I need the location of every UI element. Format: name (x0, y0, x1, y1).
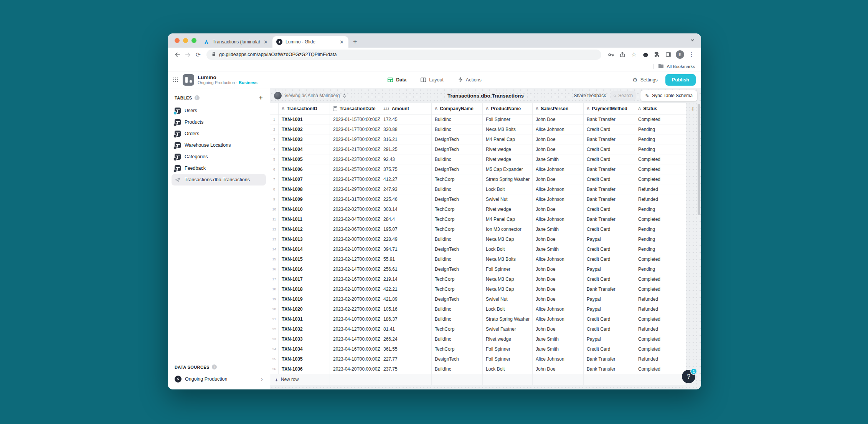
cell-transactiondate[interactable]: 2023-02-08T00:00:00Z (330, 234, 380, 244)
cell-paymentmethod[interactable]: Credit Card (584, 124, 635, 134)
cell-status[interactable]: Pending (635, 134, 686, 144)
cell-status[interactable]: Completed (635, 174, 686, 184)
cell-status[interactable]: Completed (635, 114, 686, 124)
cell-status[interactable]: Refunded (635, 294, 686, 304)
cell-transactionid[interactable]: TXN-1014 (279, 244, 330, 254)
cell-status[interactable]: Pending (635, 244, 686, 254)
cell-transactiondate[interactable]: 2023-01-21T00:00:00Z (330, 144, 380, 154)
cell-productname[interactable]: Swivel Nut (483, 294, 533, 304)
cell-salesperson[interactable]: Alice Johnson (533, 184, 584, 194)
cell-productname[interactable]: Swivel Fastner (483, 324, 533, 334)
tab-data[interactable]: Data (387, 71, 406, 88)
cell-status[interactable]: Pending (635, 264, 686, 274)
cell-amount[interactable]: 303.14 (380, 204, 432, 214)
cell-salesperson[interactable]: John Doe (533, 134, 584, 144)
cell-salesperson[interactable]: John Doe (533, 144, 584, 154)
cell-transactionid[interactable]: TXN-1003 (279, 134, 330, 144)
password-key-icon[interactable] (606, 50, 616, 60)
cell-transactiondate[interactable]: 2023-04-10T00:00:00Z (330, 314, 380, 324)
reload-icon[interactable]: ⟳ (193, 50, 203, 60)
cell-amount[interactable]: 394.71 (380, 244, 432, 254)
tab-close-icon[interactable]: ✕ (339, 39, 345, 45)
new-row-cell[interactable] (584, 374, 635, 385)
share-icon[interactable] (617, 50, 627, 60)
cell-productname[interactable]: Lock Bolt (483, 244, 533, 254)
cell-salesperson[interactable]: Jane Smith (533, 224, 584, 234)
cell-paymentmethod[interactable]: Bank Transfer (584, 214, 635, 224)
cell-productname[interactable]: Swivel Nut (483, 194, 533, 204)
column-header-paymentmethod[interactable]: APaymentMethod (584, 103, 635, 114)
cell-transactionid[interactable]: TXN-1015 (279, 254, 330, 264)
cell-transactionid[interactable]: TXN-1033 (279, 334, 330, 344)
sidebar-item-products[interactable]: Products (172, 116, 266, 128)
cell-paymentmethod[interactable]: Paypal (584, 304, 635, 314)
cell-transactionid[interactable]: TXN-1035 (279, 354, 330, 364)
cell-paymentmethod[interactable]: Paypal (584, 234, 635, 244)
cell-status[interactable]: Completed (635, 214, 686, 224)
cell-status[interactable]: Pending (635, 234, 686, 244)
cell-companyname[interactable]: TechCorp (432, 274, 483, 284)
cell-status[interactable]: Refunded (635, 194, 686, 204)
cell-productname[interactable]: Rivet wedge (483, 334, 533, 344)
cell-transactionid[interactable]: TXN-1011 (279, 214, 330, 224)
browser-menu-icon[interactable]: ⋮ (686, 50, 696, 60)
app-logo[interactable] (183, 74, 194, 86)
cell-productname[interactable]: M4 Panel Cap (483, 214, 533, 224)
cell-amount[interactable]: 172.45 (380, 114, 432, 124)
sidebar-item-users[interactable]: Users (172, 105, 266, 116)
cell-transactionid[interactable]: TXN-1001 (279, 114, 330, 124)
cell-paymentmethod[interactable]: Bank Transfer (584, 354, 635, 364)
cell-companyname[interactable]: DesignTech (432, 294, 483, 304)
data-source-item[interactable]: Ongoing Production › (172, 373, 266, 385)
cell-companyname[interactable]: BuildInc (432, 184, 483, 194)
cell-amount[interactable]: 227.77 (380, 354, 432, 364)
cell-transactiondate[interactable]: 2023-02-22T00:00:00Z (330, 304, 380, 314)
add-table-icon[interactable]: + (259, 94, 263, 101)
cell-amount[interactable]: 186.37 (380, 314, 432, 324)
profile-avatar[interactable]: E (675, 50, 685, 60)
cell-transactiondate[interactable]: 2023-02-04T00:00:00Z (330, 214, 380, 224)
cell-transactionid[interactable]: TXN-1034 (279, 344, 330, 354)
cell-amount[interactable]: 237.75 (380, 364, 432, 374)
cell-amount[interactable]: 284.4 (380, 214, 432, 224)
cell-salesperson[interactable]: Jane Smith (533, 344, 584, 354)
cell-paymentmethod[interactable]: Credit Card (584, 224, 635, 234)
cell-salesperson[interactable]: John Doe (533, 204, 584, 214)
column-header-productname[interactable]: AProductName (483, 103, 533, 114)
column-header-transactiondate[interactable]: TransactionDate (330, 103, 380, 114)
cell-paymentmethod[interactable]: Credit Card (584, 324, 635, 334)
back-icon[interactable] (172, 50, 183, 60)
cell-paymentmethod[interactable]: Bank Transfer (584, 194, 635, 204)
cell-salesperson[interactable]: John Doe (533, 284, 584, 294)
cell-transactiondate[interactable]: 2023-01-17T00:00:00Z (330, 124, 380, 134)
tab-actions[interactable]: Actions (457, 71, 482, 88)
chevron-down-icon[interactable] (690, 37, 695, 44)
address-bar[interactable]: go.glideapps.com/app/laOafWzdOPGzG2TQPlm… (206, 50, 601, 60)
cell-amount[interactable]: 195.07 (380, 224, 432, 234)
cell-salesperson[interactable]: Alice Johnson (533, 124, 584, 134)
new-row-cell[interactable] (635, 374, 686, 385)
cell-salesperson[interactable]: John Doe (533, 274, 584, 284)
cell-companyname[interactable]: TechCorp (432, 224, 483, 234)
cell-companyname[interactable]: DesignTech (432, 354, 483, 364)
cell-salesperson[interactable]: Alice Johnson (533, 214, 584, 224)
cell-transactionid[interactable]: TXN-1008 (279, 184, 330, 194)
cell-salesperson[interactable]: Alice Johnson (533, 164, 584, 174)
share-feedback-button[interactable]: Share feedback (574, 93, 606, 98)
app-menu-grid-icon[interactable] (173, 77, 178, 82)
cell-status[interactable]: Refunded (635, 354, 686, 364)
cell-productname[interactable]: Nexa M3 Cap (483, 274, 533, 284)
cell-transactionid[interactable]: TXN-1019 (279, 294, 330, 304)
cell-paymentmethod[interactable]: Paypal (584, 334, 635, 344)
cell-amount[interactable]: 422.21 (380, 284, 432, 294)
cell-transactiondate[interactable]: 2023-04-14T00:00:00Z (330, 334, 380, 344)
cell-transactiondate[interactable]: 2023-02-02T00:00:00Z (330, 204, 380, 214)
new-row-cell[interactable] (533, 374, 584, 385)
cell-productname[interactable]: Foil Spinner (483, 344, 533, 354)
cell-transactionid[interactable]: TXN-1004 (279, 144, 330, 154)
cell-productname[interactable]: M4 Panel Cap (483, 134, 533, 144)
cell-companyname[interactable]: DesignTech (432, 134, 483, 144)
cell-salesperson[interactable]: Alice Johnson (533, 304, 584, 314)
sidebar-item-transactions-dbo-transactions[interactable]: Transactions.dbo.Transactions (172, 174, 266, 186)
close-window-icon[interactable] (175, 38, 180, 43)
